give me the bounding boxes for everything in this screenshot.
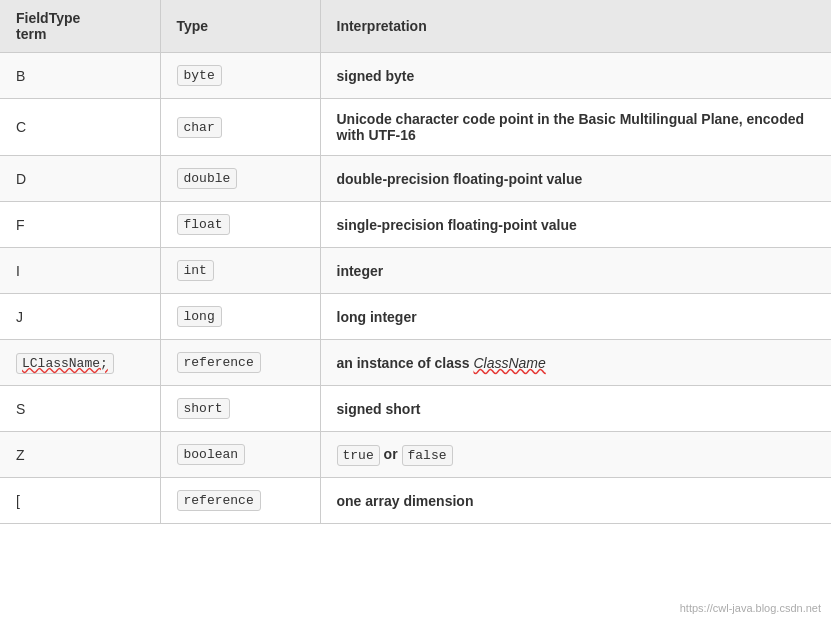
header-fieldtype: FieldType term <box>0 0 160 53</box>
type-cell: int <box>160 248 320 294</box>
table-row: B byte signed byte <box>0 53 831 99</box>
interp-cell: Unicode character code point in the Basi… <box>320 99 831 156</box>
type-cell: reference <box>160 478 320 524</box>
term-cell: LClassName; <box>0 340 160 386</box>
table-row: [ reference one array dimension <box>0 478 831 524</box>
table-row: F float single-precision floating-point … <box>0 202 831 248</box>
type-cell: byte <box>160 53 320 99</box>
term-cell: C <box>0 99 160 156</box>
interp-cell: long integer <box>320 294 831 340</box>
table-row: C char Unicode character code point in t… <box>0 99 831 156</box>
interp-cell: one array dimension <box>320 478 831 524</box>
term-cell: I <box>0 248 160 294</box>
interp-cell: single-precision floating-point value <box>320 202 831 248</box>
term-cell: J <box>0 294 160 340</box>
interp-cell: integer <box>320 248 831 294</box>
term-cell: Z <box>0 432 160 478</box>
header-type: Type <box>160 0 320 53</box>
term-cell: F <box>0 202 160 248</box>
type-cell: char <box>160 99 320 156</box>
table-body: B byte signed byte C char Unicode charac… <box>0 53 831 524</box>
term-cell: [ <box>0 478 160 524</box>
type-cell: boolean <box>160 432 320 478</box>
header-interpretation: Interpretation <box>320 0 831 53</box>
table-row: Z boolean true or false <box>0 432 831 478</box>
interp-cell: true or false <box>320 432 831 478</box>
table-header-row: FieldType term Type Interpretation <box>0 0 831 53</box>
table-row: D double double-precision floating-point… <box>0 156 831 202</box>
field-type-table: FieldType term Type Interpretation B byt… <box>0 0 831 524</box>
interp-cell: signed byte <box>320 53 831 99</box>
term-cell: S <box>0 386 160 432</box>
type-cell: short <box>160 386 320 432</box>
term-cell: B <box>0 53 160 99</box>
interp-cell: signed short <box>320 386 831 432</box>
type-cell: double <box>160 156 320 202</box>
term-cell: D <box>0 156 160 202</box>
table-row: S short signed short <box>0 386 831 432</box>
table-row: J long long integer <box>0 294 831 340</box>
interp-cell: double-precision floating-point value <box>320 156 831 202</box>
table-row: I int integer <box>0 248 831 294</box>
type-cell: float <box>160 202 320 248</box>
table-row: LClassName; reference an instance of cla… <box>0 340 831 386</box>
type-cell: long <box>160 294 320 340</box>
type-cell: reference <box>160 340 320 386</box>
interp-cell: an instance of class ClassName <box>320 340 831 386</box>
